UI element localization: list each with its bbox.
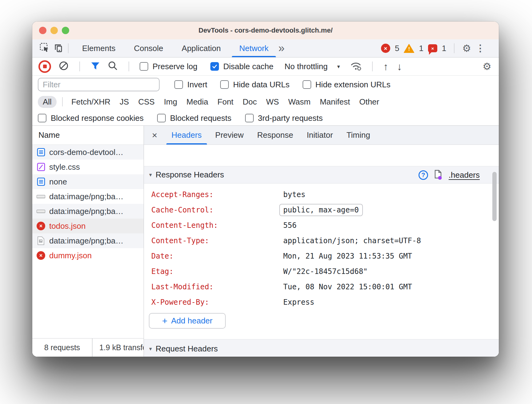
header-value[interactable]: Mon, 21 Aug 2023 11:53:35 GMT: [283, 252, 412, 260]
resource-type-pill[interactable]: CSS: [138, 96, 154, 108]
resource-type-pill[interactable]: Img: [164, 96, 177, 108]
throttling-select[interactable]: No throttling ▼: [284, 62, 341, 71]
clear-network-log-button[interactable]: [58, 61, 69, 72]
filter-funnel-icon[interactable]: [90, 61, 100, 72]
scrollbar-thumb[interactable]: [492, 172, 497, 221]
resource-type-pill[interactable]: Manifest: [320, 96, 350, 108]
inspect-element-button[interactable]: [38, 42, 51, 55]
name-column-header[interactable]: Name: [32, 126, 144, 145]
resource-type-pill[interactable]: Other: [359, 96, 379, 108]
request-count: 8 requests: [32, 339, 92, 357]
resource-type-label: Fetch/XHR: [71, 97, 110, 107]
resource-type-pill[interactable]: Doc: [243, 96, 257, 108]
resource-type-label: All: [43, 97, 52, 107]
header-value[interactable]: 556: [283, 221, 296, 230]
detail-tab[interactable]: Preview: [208, 126, 250, 145]
resource-type-pill[interactable]: WS: [266, 96, 279, 108]
resource-type-label: Manifest: [320, 97, 350, 107]
hide-data-urls-checkbox[interactable]: [220, 80, 229, 89]
header-overrides-file-icon[interactable]: [434, 169, 443, 181]
transferred-size: 1.9 kB transferred: [92, 339, 144, 357]
detail-tab[interactable]: Initiator: [300, 126, 339, 145]
more-tabs-icon[interactable]: »: [278, 43, 284, 54]
header-value[interactable]: W/"22c-18457c15d68": [283, 267, 368, 276]
minimize-window-button[interactable]: [50, 27, 58, 34]
close-details-icon[interactable]: ×: [152, 131, 157, 140]
main-toolbar: Elements Console Application Network » ×…: [32, 39, 499, 57]
network-toolbar: Preserve log Disable cache No throttling…: [32, 57, 499, 76]
advanced-filter-item: Blocked response cookies: [38, 113, 144, 123]
record-network-log-button[interactable]: [38, 60, 51, 73]
main-tab[interactable]: Application: [173, 39, 230, 57]
preserve-log-checkbox[interactable]: [140, 62, 148, 71]
screenshot-canvas: DevTools - cors-demo-devtools.glitch.me/: [0, 0, 532, 404]
toolbar-separator: [454, 43, 455, 53]
request-row[interactable]: × data:image/png;ba…: [32, 189, 144, 204]
response-headers-section[interactable]: ▼ Response Headers ? .headers: [144, 166, 499, 184]
header-value[interactable]: bytes: [283, 190, 305, 199]
main-tab[interactable]: Elements: [73, 39, 125, 57]
request-row[interactable]: × none: [32, 174, 144, 189]
headers-override-link[interactable]: .headers: [449, 170, 480, 180]
main-tab[interactable]: Console: [125, 39, 172, 57]
titlebar: DevTools - cors-demo-devtools.glitch.me/: [32, 22, 499, 39]
export-har-icon[interactable]: ↑: [383, 61, 388, 72]
disable-cache-checkbox[interactable]: [210, 62, 219, 71]
resource-type-pill[interactable]: Fetch/XHR: [62, 96, 110, 108]
invert-label: Invert: [187, 80, 207, 89]
request-row[interactable]: × data:image/png;ba…: [32, 204, 144, 219]
help-icon[interactable]: ?: [419, 170, 428, 180]
request-row[interactable]: × style.css: [32, 160, 144, 174]
request-row[interactable]: × todos.json: [32, 219, 144, 233]
device-toolbar-button[interactable]: [51, 42, 65, 55]
filter-input[interactable]: [38, 78, 160, 91]
disable-cache-label: Disable cache: [223, 62, 273, 71]
collapse-triangle-icon[interactable]: ▼: [148, 346, 156, 351]
add-header-button[interactable]: + Add header: [149, 313, 226, 329]
advanced-filter-checkbox[interactable]: [157, 114, 166, 122]
detail-tab[interactable]: Timing: [340, 126, 377, 145]
resource-type-label: Doc: [243, 97, 257, 107]
request-name: cors-demo-devtool…: [49, 148, 123, 157]
header-value[interactable]: Tue, 08 Nov 2022 15:00:01 GMT: [283, 283, 412, 291]
overflow-menu-icon[interactable]: ⋮: [476, 44, 485, 53]
detail-tab-label: Preview: [215, 130, 244, 140]
request-name: dummy.json: [49, 251, 92, 260]
resource-type-pill[interactable]: JS: [120, 96, 129, 108]
resource-type-pill[interactable]: Font: [217, 96, 233, 108]
resource-type-pill[interactable]: Wasm: [288, 96, 311, 108]
error-badge-icon[interactable]: ×: [381, 44, 390, 53]
stylesheet-icon: [37, 162, 45, 172]
settings-gear-icon[interactable]: ⚙: [462, 43, 471, 53]
request-row[interactable]: × cors-demo-devtool…: [32, 145, 144, 160]
network-settings-gear-icon[interactable]: ⚙: [482, 61, 491, 71]
advanced-filter-checkbox[interactable]: [38, 114, 46, 122]
request-row[interactable]: × data:image/png;ba…: [32, 233, 144, 248]
request-row[interactable]: × dummy.json: [32, 248, 144, 263]
close-window-button[interactable]: [39, 27, 46, 34]
hide-extension-urls-checkbox[interactable]: [303, 80, 311, 89]
advanced-filter-checkbox[interactable]: [245, 114, 254, 122]
issues-badge-icon[interactable]: ×: [428, 44, 437, 52]
detail-tab[interactable]: Headers: [165, 126, 208, 145]
toolbar-right-group: × 5 ! 1 × 1 ⚙ ⋮: [381, 43, 485, 53]
resource-type-label: Media: [186, 97, 208, 107]
resource-type-label: Other: [359, 97, 379, 107]
detail-tab[interactable]: Response: [250, 126, 300, 145]
request-name: data:image/png;ba…: [49, 207, 123, 216]
search-icon[interactable]: [108, 61, 118, 72]
header-value[interactable]: Express: [283, 298, 314, 307]
resource-type-pill[interactable]: All: [38, 96, 57, 108]
invert-checkbox[interactable]: [174, 80, 183, 89]
resource-type-pill[interactable]: Media: [186, 96, 208, 108]
request-headers-section[interactable]: ▼ Request Headers: [144, 339, 499, 357]
header-value[interactable]: application/json; charset=UTF-8: [283, 236, 421, 245]
advanced-filter-label: 3rd-party requests: [258, 113, 323, 123]
collapse-triangle-icon[interactable]: ▼: [148, 172, 156, 177]
import-har-icon[interactable]: ↓: [397, 61, 402, 72]
network-conditions-icon[interactable]: [350, 61, 362, 72]
main-tab[interactable]: Network: [230, 39, 278, 57]
warning-badge-icon[interactable]: !: [404, 44, 414, 53]
fullscreen-window-button[interactable]: [62, 27, 69, 34]
header-value[interactable]: public, max-age=0: [279, 204, 363, 216]
